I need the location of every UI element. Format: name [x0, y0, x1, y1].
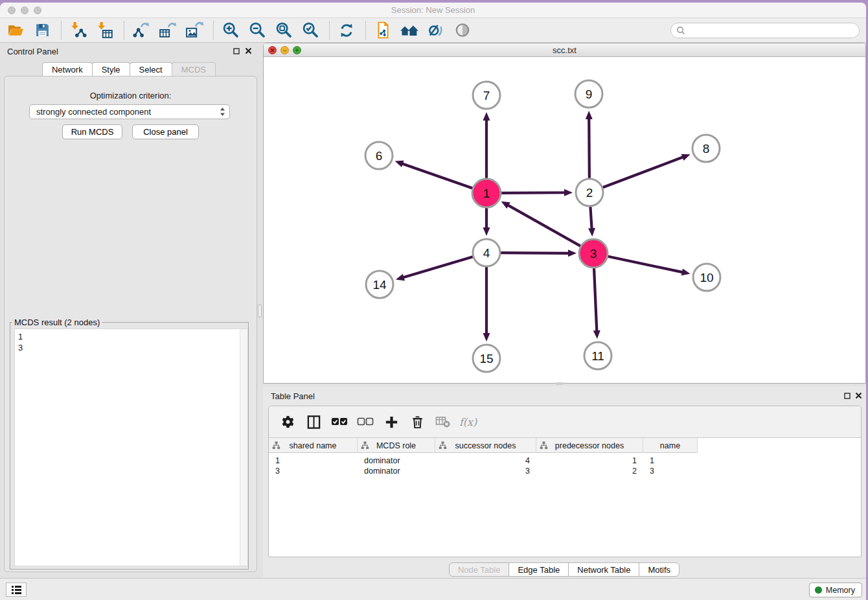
mcds-result-textarea[interactable]: 1 3: [14, 329, 248, 566]
refresh-layout-button[interactable]: [336, 20, 357, 41]
function-builder-button[interactable]: f(x): [458, 411, 480, 433]
cell-predecessor-nodes[interactable]: 2: [536, 466, 643, 476]
tab-network-table[interactable]: Network Table: [568, 562, 639, 577]
cell-predecessor-nodes[interactable]: 1: [536, 456, 643, 466]
graph-edge-2-3[interactable]: [590, 207, 591, 229]
column-header-mcds-role[interactable]: MCDS role: [358, 438, 435, 453]
search-box: [670, 23, 860, 38]
graph-edge-2-9[interactable]: [589, 118, 589, 178]
toggle-panel-columns-button[interactable]: [303, 411, 325, 433]
table-row[interactable]: 1 dominator 4 1 1: [269, 456, 861, 466]
import-table-button[interactable]: [95, 20, 115, 41]
cell-successor-nodes[interactable]: 3: [435, 466, 536, 476]
graph-edge-2-8[interactable]: [603, 157, 684, 187]
open-session-button[interactable]: [5, 20, 26, 41]
graph-edge-3-11[interactable]: [594, 268, 597, 332]
search-input[interactable]: [685, 25, 859, 36]
cell-name[interactable]: 1: [643, 456, 698, 466]
graph-edge-4-3[interactable]: [501, 253, 569, 253]
float-panel-button[interactable]: [232, 47, 240, 55]
column-header-shared-name[interactable]: shared name: [269, 438, 358, 453]
run-mcds-button[interactable]: Run MCDS: [62, 124, 122, 139]
delete-table-button[interactable]: [432, 411, 454, 433]
table-settings-button[interactable]: [277, 411, 299, 433]
graph-node-label: 3: [590, 247, 597, 260]
tab-select[interactable]: Select: [130, 62, 172, 76]
export-network-icon: [132, 21, 150, 39]
folder-open-icon: [7, 22, 25, 38]
node-table-container: f(x) shared name MCDS role successor nod…: [268, 406, 862, 557]
graph-edge-3-1[interactable]: [507, 205, 581, 246]
close-panel-button[interactable]: Close panel: [132, 124, 199, 139]
create-column-button[interactable]: [380, 411, 402, 433]
graph-node-label: 1: [483, 187, 490, 200]
select-all-columns-button[interactable]: [328, 411, 350, 433]
mcds-scrollbar[interactable]: [240, 329, 247, 566]
zoom-fit-button[interactable]: [273, 20, 294, 41]
table-close-button[interactable]: [854, 391, 863, 400]
column-header-successor-nodes[interactable]: successor nodes: [435, 438, 536, 453]
close-icon: [855, 392, 862, 399]
graph-edge-4-14[interactable]: [402, 257, 472, 277]
tab-edge-table[interactable]: Edge Table: [508, 562, 569, 577]
zoom-in-button[interactable]: [220, 20, 241, 41]
toggle-graphics-details-button[interactable]: [426, 20, 446, 41]
memory-button[interactable]: Memory: [809, 583, 862, 597]
cell-shared-name[interactable]: 1: [269, 456, 358, 466]
column-label: successor nodes: [455, 441, 516, 450]
table-float-button[interactable]: [843, 391, 851, 400]
show-task-history-button[interactable]: [6, 583, 27, 597]
column-header-name[interactable]: name: [643, 438, 698, 453]
close-panel-x-button[interactable]: [244, 47, 253, 55]
tab-network[interactable]: Network: [42, 62, 93, 76]
tab-node-table[interactable]: Node Table: [449, 562, 510, 577]
graph-arrowhead: [588, 228, 595, 237]
zoom-out-button[interactable]: [247, 20, 268, 41]
optimization-criterion-label: Optimization criterion:: [5, 91, 257, 100]
graph-node-label: 4: [483, 246, 490, 260]
cell-name[interactable]: 3: [643, 466, 698, 476]
import-network-button[interactable]: [68, 20, 89, 41]
export-network-button[interactable]: [131, 20, 152, 41]
export-table-button[interactable]: [157, 20, 178, 41]
graph-node-label: 10: [700, 271, 713, 284]
graph-arrowhead: [483, 112, 490, 121]
table-row[interactable]: 3 dominator 3 2 3: [269, 466, 861, 476]
cell-mcds-role[interactable]: dominator: [358, 456, 435, 466]
network-canvas[interactable]: 7968124314101511: [264, 57, 865, 384]
tab-motifs[interactable]: Motifs: [639, 562, 680, 577]
cell-successor-nodes[interactable]: 4: [435, 456, 536, 466]
homes-icon: [399, 22, 420, 39]
deselect-all-columns-button[interactable]: [354, 411, 376, 433]
cell-mcds-role[interactable]: dominator: [358, 466, 435, 476]
graph-edge-3-10[interactable]: [608, 257, 683, 273]
tab-node-table-label: Node Table: [458, 565, 501, 575]
canvas-resize-grip[interactable]: [556, 382, 564, 385]
tab-style[interactable]: Style: [92, 62, 130, 76]
home-view-button[interactable]: [399, 20, 420, 41]
trash-icon: [410, 415, 425, 430]
criterion-select[interactable]: strongly connected component: [29, 104, 230, 119]
divider-grip[interactable]: [258, 305, 262, 317]
graph-edge-1-6[interactable]: [402, 163, 473, 189]
delete-columns-button[interactable]: [406, 411, 428, 433]
graph-edge-1-2[interactable]: [501, 192, 565, 193]
toolbar-separator: [61, 21, 62, 40]
column-label: name: [660, 441, 680, 450]
panel-divider[interactable]: [257, 43, 263, 578]
tab-edge-table-label: Edge Table: [518, 565, 560, 575]
tab-mcds[interactable]: MCDS: [172, 62, 216, 76]
copy-network-button[interactable]: [372, 20, 393, 41]
save-session-button[interactable]: [32, 20, 52, 41]
network-graph[interactable]: 7968124314101511: [264, 57, 865, 384]
cell-shared-name[interactable]: 3: [269, 466, 358, 476]
table-toolbar: f(x): [269, 406, 861, 438]
float-icon: [233, 48, 240, 54]
column-type-icon: [361, 441, 369, 450]
zoom-selected-button[interactable]: [300, 20, 321, 41]
column-header-predecessor-nodes[interactable]: predecessor nodes: [536, 438, 643, 453]
show-hide-eye-button[interactable]: [452, 20, 473, 41]
export-image-button[interactable]: [184, 20, 205, 41]
list-icon: [11, 585, 22, 595]
network-window-titlebar[interactable]: ✕ − + scc.txt: [264, 43, 865, 57]
